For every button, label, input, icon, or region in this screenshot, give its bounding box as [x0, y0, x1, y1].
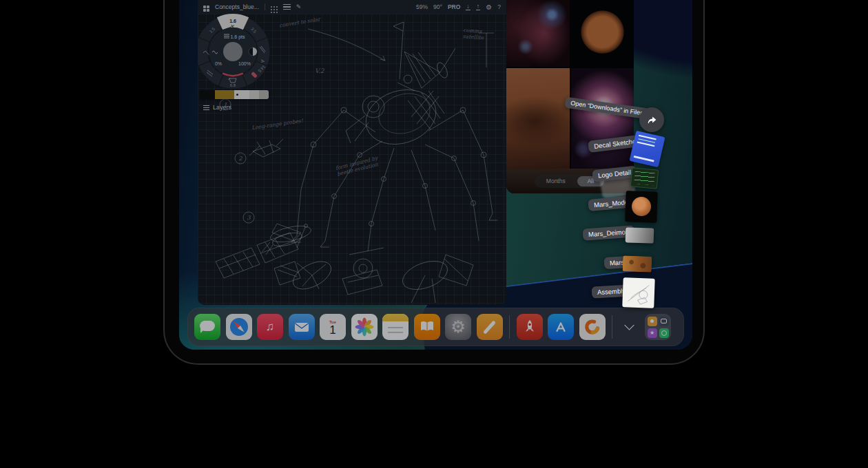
- ipad-screen: Concepts_blue... ✎ 59% 90° PRO ↓ ↑ ⚙ ?: [179, 0, 692, 350]
- drag-thumb-decal-sketches: [629, 131, 665, 168]
- background: Concepts_blue... ✎ 59% 90° PRO ↓ ↑ ⚙ ?: [0, 0, 868, 468]
- drag-thumb-mars-deimos: [626, 227, 654, 243]
- drag-thumb-logo-detail: [630, 167, 659, 189]
- open-downloads-hint[interactable]: Open “Downloads” in Files: [564, 97, 649, 120]
- forward-arrow-icon: [645, 114, 658, 126]
- share-button[interactable]: [639, 107, 664, 132]
- drag-thumb-mars-model: [625, 191, 658, 223]
- drag-thumb-assembly: [622, 277, 654, 308]
- drag-thumb-mars: [623, 255, 652, 272]
- drag-layer: Open “Downloads” in Files Decal Sketches…: [179, 0, 692, 350]
- assembly-sketch-icon: [622, 277, 654, 308]
